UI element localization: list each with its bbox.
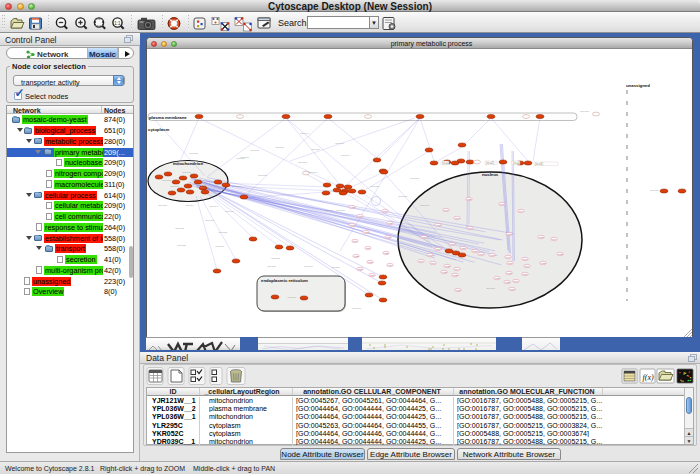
- svg-text:(Ld4): (Ld4): [479, 253, 485, 256]
- svg-text:(Ca-m6): (Ca-m6): [298, 161, 307, 164]
- svg-text:(st-a1): (st-a1): [442, 161, 450, 165]
- svg-text:(mf4): (mf4): [428, 254, 434, 257]
- svg-text:(Ld2): (Ld2): [505, 281, 511, 284]
- svg-text:(ra6): (ra6): [473, 250, 478, 253]
- svg-text:(Ca-m3): (Ca-m3): [410, 177, 419, 180]
- svg-text:(Ca-m3): (Ca-m3): [236, 157, 245, 160]
- svg-text:(st-a2): (st-a2): [486, 161, 494, 165]
- svg-text:(Ca-m3): (Ca-m3): [205, 219, 214, 222]
- svg-text:(Ca-m1): (Ca-m1): [215, 245, 224, 248]
- svg-text:(tv3): (tv3): [523, 273, 528, 276]
- svg-text:(Ca-m3): (Ca-m3): [158, 204, 167, 207]
- svg-text:(Ld8): (Ld8): [364, 231, 370, 234]
- svg-text:(mf1): (mf1): [541, 262, 547, 265]
- svg-text:(ra4): (ra4): [500, 203, 505, 206]
- svg-text:(Ca-m9): (Ca-m9): [650, 189, 659, 192]
- svg-text:(ra6): (ra6): [358, 215, 363, 218]
- svg-text:(mf7): (mf7): [510, 288, 516, 291]
- svg-text:(mf4): (mf4): [455, 217, 461, 220]
- svg-text:(Ca-m6): (Ca-m6): [331, 266, 340, 269]
- svg-text:(tv4): (tv4): [519, 210, 524, 213]
- svg-text:(tv1): (tv1): [419, 260, 424, 263]
- svg-text:(tv2): (tv2): [350, 224, 355, 227]
- svg-text:(tv7): (tv7): [552, 238, 557, 241]
- svg-text:unassigned: unassigned: [626, 83, 650, 88]
- svg-text:(tv6): (tv6): [525, 265, 530, 268]
- svg-text:(Ca-m4): (Ca-m4): [209, 205, 218, 208]
- svg-text:(ra3): (ra3): [467, 198, 472, 201]
- svg-text:(Ld3): (Ld3): [507, 272, 513, 275]
- svg-text:(mf5): (mf5): [350, 206, 356, 209]
- svg-text:(ra8): (ra8): [422, 236, 427, 239]
- svg-text:(Ca-m5): (Ca-m5): [177, 244, 186, 247]
- svg-text:(Ca-m3): (Ca-m3): [308, 171, 317, 174]
- svg-text:(st-a1): (st-a1): [513, 161, 521, 165]
- svg-text:(Ld6): (Ld6): [368, 261, 374, 264]
- svg-text:(tv6): (tv6): [431, 262, 436, 265]
- svg-text:(ra4): (ra4): [523, 258, 528, 261]
- svg-text:(Ld3): (Ld3): [442, 271, 448, 274]
- svg-text:(Ca-m1): (Ca-m1): [225, 210, 234, 213]
- svg-text:(ra4): (ra4): [450, 243, 455, 246]
- svg-text:(Ca-m8): (Ca-m8): [287, 296, 296, 299]
- svg-text:(Ca-m6): (Ca-m6): [352, 307, 361, 310]
- svg-text:(tv4): (tv4): [455, 268, 460, 271]
- svg-text:(Ca-m4): (Ca-m4): [300, 132, 309, 135]
- svg-text:(mf7): (mf7): [436, 248, 442, 251]
- svg-text:(Ca-m9): (Ca-m9): [304, 265, 313, 268]
- svg-text:(tv8): (tv8): [353, 240, 358, 243]
- svg-text:(Ca-m8): (Ca-m8): [175, 227, 184, 230]
- svg-text:(tv3): (tv3): [508, 262, 513, 265]
- svg-text:(tv6): (tv6): [514, 280, 519, 283]
- svg-text:(Ca-m2): (Ca-m2): [162, 179, 171, 182]
- svg-text:(ra4): (ra4): [444, 209, 449, 212]
- svg-text:(Ca-m4): (Ca-m4): [341, 154, 350, 157]
- svg-text:(ra2): (ra2): [384, 252, 389, 255]
- svg-text:(mf3): (mf3): [453, 274, 459, 277]
- svg-text:(Ld2): (Ld2): [558, 253, 564, 256]
- svg-text:(tv5): (tv5): [366, 247, 371, 250]
- svg-text:(Ca-m7): (Ca-m7): [580, 110, 589, 113]
- svg-text:(Ca-m7): (Ca-m7): [275, 146, 284, 149]
- svg-text:nucleus: nucleus: [482, 172, 499, 177]
- svg-text:(Ca-m6): (Ca-m6): [420, 204, 429, 207]
- svg-text:(Ca-m1): (Ca-m1): [335, 142, 344, 145]
- svg-text:(Ld4): (Ld4): [490, 254, 496, 257]
- svg-text:cytoplasm: cytoplasm: [148, 127, 169, 132]
- svg-text:(ra9): (ra9): [388, 264, 393, 267]
- svg-text:(Ca-m2): (Ca-m2): [370, 185, 379, 188]
- svg-text:(Ca-m7): (Ca-m7): [196, 186, 205, 189]
- svg-text:plasma membrane: plasma membrane: [149, 115, 187, 120]
- svg-text:(Ca-m7): (Ca-m7): [170, 185, 179, 188]
- svg-text:(Ca-m9): (Ca-m9): [324, 209, 333, 212]
- svg-text:(tv4): (tv4): [506, 256, 511, 259]
- svg-text:(Ld1): (Ld1): [436, 224, 442, 227]
- svg-text:(Ca-m2): (Ca-m2): [258, 174, 267, 177]
- svg-text:(Ca-m3): (Ca-m3): [486, 287, 495, 290]
- svg-text:(Ca-m7): (Ca-m7): [267, 265, 276, 268]
- svg-text:(Ca-m1): (Ca-m1): [336, 209, 345, 212]
- svg-text:(mf9): (mf9): [370, 274, 376, 277]
- svg-text:(ra3): (ra3): [388, 222, 393, 225]
- svg-text:(Ld3): (Ld3): [354, 255, 360, 258]
- svg-text:(Ld7): (Ld7): [539, 236, 545, 239]
- svg-text:(ra8): (ra8): [461, 247, 466, 250]
- svg-text:mitochondrion: mitochondrion: [173, 161, 203, 166]
- svg-text:(st-a3): (st-a3): [535, 162, 543, 166]
- svg-text:(Ca-m4): (Ca-m4): [185, 204, 194, 207]
- svg-text:1:1: 1:1: [114, 21, 121, 26]
- svg-text:(Ca-m3): (Ca-m3): [271, 257, 280, 260]
- svg-text:(Ca-m8): (Ca-m8): [250, 149, 259, 152]
- svg-text:(Ld6): (Ld6): [495, 277, 501, 280]
- svg-text:(Ca-m7): (Ca-m7): [311, 148, 320, 151]
- svg-text:endoplasmic reticulum: endoplasmic reticulum: [261, 278, 308, 283]
- svg-text:(mf9): (mf9): [456, 289, 462, 292]
- svg-text:(Ca-m2): (Ca-m2): [189, 152, 198, 155]
- svg-text:(mf9): (mf9): [507, 233, 513, 236]
- svg-text:(ra8): (ra8): [358, 268, 363, 271]
- svg-text:f(x): f(x): [643, 373, 654, 382]
- svg-text:(Ca-m4): (Ca-m4): [232, 185, 241, 188]
- svg-text:(Ld9): (Ld9): [386, 236, 392, 239]
- svg-text:(Ca-m5): (Ca-m5): [218, 231, 227, 234]
- svg-text:(Ld4): (Ld4): [383, 210, 389, 213]
